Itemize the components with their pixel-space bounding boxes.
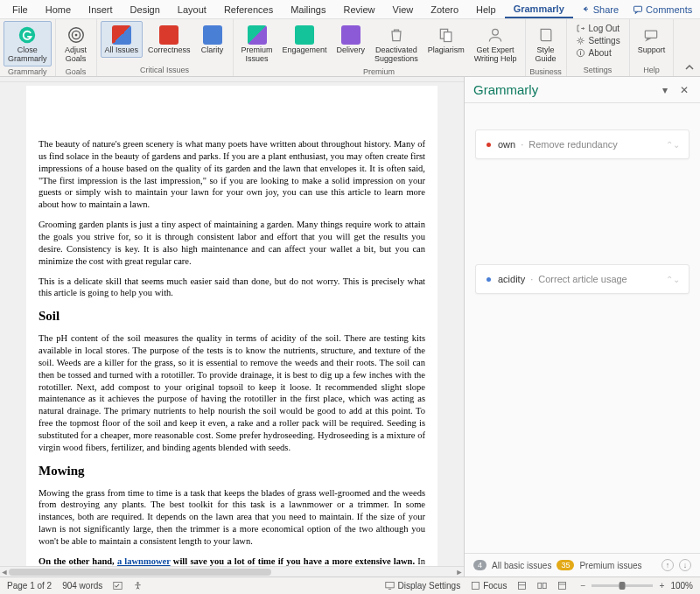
- correctness-button[interactable]: Correctness: [144, 21, 195, 58]
- premium-count-badge: 35: [556, 560, 574, 570]
- chevron-up-icon: [684, 62, 695, 73]
- svg-rect-14: [472, 583, 480, 590]
- group-label: Grammarly: [4, 66, 52, 78]
- zoom-value[interactable]: 100%: [670, 581, 693, 591]
- tab-grammarly[interactable]: Grammarly: [505, 1, 573, 18]
- horizontal-scrollbar[interactable]: ◄ ►: [0, 566, 464, 577]
- paragraph[interactable]: Grooming garden plants is just a tiny as…: [38, 219, 425, 267]
- tab-references[interactable]: References: [215, 2, 282, 17]
- paragraph[interactable]: Mowing the grass from time to time is a …: [38, 487, 425, 548]
- tab-home[interactable]: Home: [37, 2, 80, 17]
- tab-help[interactable]: Help: [467, 2, 505, 17]
- pane-body: own · Remove redundancy ⌃⌄ acidity · Cor…: [465, 103, 700, 553]
- pane-header: Grammarly ▾ ✕: [465, 77, 700, 103]
- tab-file[interactable]: File: [4, 2, 37, 17]
- tab-review[interactable]: Review: [335, 2, 384, 17]
- accessibility-status[interactable]: [133, 581, 143, 591]
- premium-issues-label[interactable]: Premium issues: [579, 561, 641, 570]
- accessibility-icon: [133, 581, 143, 591]
- focus-button[interactable]: Focus: [471, 581, 507, 591]
- tab-view[interactable]: View: [384, 2, 423, 17]
- heading-soil[interactable]: Soil: [38, 308, 425, 325]
- issue-word: acidity: [498, 274, 525, 284]
- focus-icon: [471, 581, 480, 591]
- spellcheck-icon: [113, 581, 122, 591]
- plagiarism-button[interactable]: Plagiarism: [424, 21, 469, 58]
- all-issues-icon: [111, 24, 132, 45]
- zoom-slider[interactable]: [592, 584, 653, 587]
- svg-point-4: [74, 34, 77, 37]
- tab-mailings[interactable]: Mailings: [282, 2, 334, 17]
- issue-desc: Remove redundancy: [528, 139, 618, 150]
- gear-icon: [576, 36, 585, 45]
- ribbon-group-goals: Adjust Goals Goals: [56, 19, 97, 76]
- pane-close-button[interactable]: ✕: [677, 83, 691, 97]
- menu-tabs: File Home Insert Design Layout Reference…: [0, 0, 700, 19]
- svg-rect-10: [646, 31, 657, 38]
- view-read-button[interactable]: [537, 581, 547, 591]
- support-button[interactable]: Support: [634, 21, 670, 58]
- issue-card-acidity[interactable]: acidity · Correct article usage ⌃⌄: [475, 264, 690, 294]
- heading-mowing[interactable]: Mowing: [38, 463, 425, 480]
- expert-help-button[interactable]: Get Expert Writing Help: [470, 21, 522, 66]
- paragraph[interactable]: This is a delicate skill that seems much…: [38, 276, 425, 300]
- paragraph[interactable]: The pH content of the soil measures the …: [38, 332, 425, 454]
- ribbon-collapse-button[interactable]: [679, 19, 700, 76]
- scroll-thumb[interactable]: [9, 569, 271, 576]
- page-surface[interactable]: The beauty of nature's green scenery is …: [0, 82, 464, 566]
- delivery-button[interactable]: Delivery: [332, 21, 370, 58]
- support-icon: [640, 24, 662, 45]
- display-settings-button[interactable]: Display Settings: [385, 581, 460, 591]
- tab-design[interactable]: Design: [122, 2, 169, 17]
- clarity-icon: [202, 24, 223, 45]
- logout-button[interactable]: Log Out: [574, 23, 622, 34]
- pane-options-button[interactable]: ▾: [658, 83, 672, 97]
- close-grammarly-button[interactable]: Close Grammarly: [4, 21, 52, 66]
- zoom-knob[interactable]: [620, 582, 626, 590]
- engagement-button[interactable]: Engagement: [278, 21, 332, 58]
- svg-point-8: [578, 39, 581, 42]
- premium-issues-button[interactable]: Premium Issues: [237, 21, 277, 66]
- paragraph[interactable]: The beauty of nature's green scenery is …: [38, 138, 425, 211]
- read-mode-icon: [537, 581, 547, 591]
- tab-layout[interactable]: Layout: [169, 2, 215, 17]
- plagiarism-icon: [436, 24, 457, 45]
- zoom-control[interactable]: − + 100%: [578, 581, 693, 591]
- svg-rect-13: [386, 583, 394, 588]
- lawnmower-link[interactable]: a lawnmower: [117, 556, 171, 566]
- tab-zotero[interactable]: Zotero: [422, 2, 467, 17]
- svg-point-7: [493, 29, 499, 35]
- scroll-down-button[interactable]: ↓: [679, 559, 691, 571]
- basic-issues-label[interactable]: All basic issues: [492, 561, 551, 570]
- scroll-left-icon[interactable]: ◄: [0, 568, 9, 577]
- page-indicator[interactable]: Page 1 of 2: [7, 581, 52, 591]
- scroll-right-icon[interactable]: ►: [455, 568, 464, 577]
- share-button[interactable]: Share: [573, 2, 626, 17]
- correctness-icon: [158, 24, 179, 45]
- deactivated-button[interactable]: Deactivated Suggestions: [370, 21, 423, 66]
- issue-card-own[interactable]: own · Remove redundancy ⌃⌄: [475, 129, 690, 159]
- zoom-in-button[interactable]: +: [656, 581, 667, 591]
- clarity-button[interactable]: Clarity: [196, 21, 229, 58]
- ribbon-group-critical: All Issues Correctness Clarity Critical …: [97, 19, 234, 76]
- view-web-button[interactable]: [557, 581, 567, 591]
- settings-button[interactable]: Settings: [574, 35, 622, 46]
- expert-icon: [485, 24, 506, 45]
- all-issues-button[interactable]: All Issues: [101, 21, 144, 58]
- scroll-up-button[interactable]: ↑: [662, 559, 674, 571]
- svg-rect-0: [634, 6, 642, 11]
- view-print-button[interactable]: [517, 581, 527, 591]
- style-guide-button[interactable]: Style Guide: [529, 21, 563, 66]
- chevron-icon: ⌃⌄: [666, 275, 680, 284]
- about-button[interactable]: About: [574, 47, 622, 59]
- spellcheck-status[interactable]: [113, 581, 122, 591]
- group-label: Settings: [570, 65, 626, 76]
- zoom-out-button[interactable]: −: [578, 581, 588, 591]
- comments-button[interactable]: Comments: [626, 2, 699, 17]
- document-page[interactable]: The beauty of nature's green scenery is …: [26, 86, 438, 566]
- paragraph[interactable]: On the other hand, a lawnmower will save…: [38, 556, 425, 566]
- adjust-goals-button[interactable]: Adjust Goals: [60, 21, 93, 66]
- tab-insert[interactable]: Insert: [80, 2, 122, 17]
- trash-icon: [386, 24, 407, 45]
- word-count[interactable]: 904 words: [62, 581, 102, 591]
